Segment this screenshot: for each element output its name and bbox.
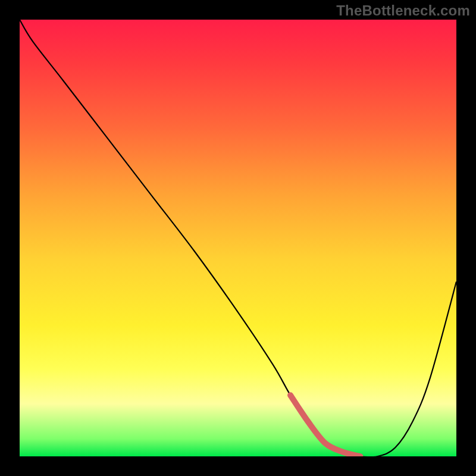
watermark-text: TheBottleneck.com (336, 2, 470, 19)
bottleneck-curve (20, 20, 456, 456)
